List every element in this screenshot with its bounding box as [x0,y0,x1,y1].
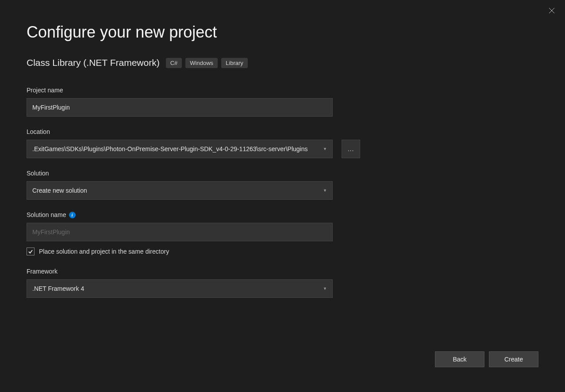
location-label: Location [27,128,538,135]
solution-value: Create new solution [32,187,87,194]
solution-combo[interactable]: Create new solution ▼ [27,181,333,200]
check-icon [28,249,33,254]
close-icon [549,8,555,14]
same-directory-checkbox[interactable] [27,247,35,255]
tag-csharp: C# [166,58,182,68]
chevron-down-icon: ▼ [323,188,327,193]
info-icon[interactable]: i [69,212,76,218]
project-name-label: Project name [27,87,538,94]
location-value: .ExitGames\SDKs\Plugins\Photon-OnPremise… [32,145,307,152]
chevron-down-icon: ▼ [323,147,327,151]
back-button[interactable]: Back [435,351,484,367]
template-name: Class Library (.NET Framework) [27,57,160,68]
same-directory-label[interactable]: Place solution and project in the same d… [39,248,169,255]
location-combo[interactable]: .ExitGames\SDKs\Plugins\Photon-OnPremise… [27,140,333,158]
tag-library: Library [221,58,248,68]
framework-group: Framework .NET Framework 4 ▼ [27,268,538,298]
chevron-down-icon: ▼ [323,286,327,291]
solution-name-label: Solution name i [27,211,538,218]
framework-label: Framework [27,268,538,275]
project-name-group: Project name [27,87,538,117]
template-tags: C# Windows Library [166,58,248,68]
solution-name-label-text: Solution name [27,211,66,218]
solution-label: Solution [27,170,538,177]
solution-name-input[interactable] [27,223,333,241]
browse-button[interactable]: ... [342,140,360,158]
template-row: Class Library (.NET Framework) C# Window… [27,57,538,68]
project-name-input[interactable] [27,98,333,117]
page-title: Configure your new project [27,23,538,42]
close-button[interactable] [546,5,557,16]
location-group: Location .ExitGames\SDKs\Plugins\Photon-… [27,128,538,158]
same-directory-row: Place solution and project in the same d… [27,247,538,255]
footer-buttons: Back Create [435,351,538,367]
solution-name-group: Solution name i [27,211,538,241]
framework-value: .NET Framework 4 [32,285,84,292]
solution-group: Solution Create new solution ▼ [27,170,538,200]
tag-windows: Windows [185,58,218,68]
create-button[interactable]: Create [489,351,538,367]
framework-combo[interactable]: .NET Framework 4 ▼ [27,279,333,298]
